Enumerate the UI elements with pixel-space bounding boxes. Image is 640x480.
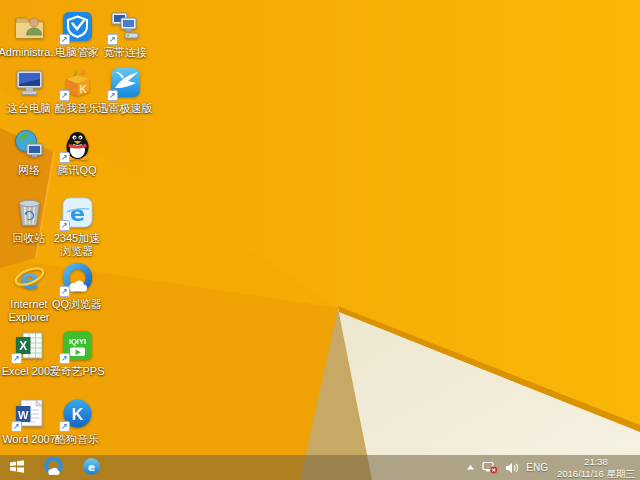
- desktop-icon-tencent-qq[interactable]: ↗ 腾讯QQ: [49, 128, 105, 177]
- desktop-icon-label: 网络: [18, 164, 40, 177]
- shortcut-arrow-badge: ↗: [59, 421, 70, 432]
- desktop-icon-label: Word 2007: [2, 433, 56, 446]
- user-folder-icon: [13, 10, 46, 43]
- desktop-icon-qq-browser[interactable]: ↗ QQ浏览器: [49, 262, 105, 311]
- shortcut-arrow-badge: ↗: [59, 34, 70, 45]
- network-error-icon[interactable]: [482, 461, 498, 474]
- taskbar-clock[interactable]: 21:38 2016/11/16 星期三: [555, 456, 635, 479]
- recycle-bin-icon: [13, 196, 46, 229]
- kugou-k-circle-icon: K ↗: [61, 397, 94, 430]
- browser-e-square-icon: e ↗: [61, 196, 94, 229]
- desktop-icon-label: 宽带连接: [103, 46, 147, 59]
- desktop-icon-label: QQ浏览器: [52, 298, 102, 311]
- internet-explorer-icon: e: [13, 262, 46, 295]
- shortcut-arrow-badge: ↗: [107, 90, 118, 101]
- svg-text:♫: ♫: [80, 68, 85, 75]
- taskbar-qq-browser-button[interactable]: [34, 455, 72, 480]
- desktop-icon-label: 酷我音乐: [55, 102, 99, 115]
- desktop-icon-label: 回收站: [13, 232, 46, 245]
- taskbar: e ENG 21:38 2016/11/16 星期三: [0, 455, 640, 480]
- xunlei-bird-icon: ↗: [109, 66, 142, 99]
- iqiyi-icon: iQIYI ↗: [61, 329, 94, 362]
- shortcut-arrow-badge: ↗: [59, 90, 70, 101]
- desktop-icon-label: 电脑管家: [55, 46, 99, 59]
- qq-browser-ring-cloud-icon: ↗: [61, 262, 94, 295]
- desktop-icon-label: 腾讯QQ: [57, 164, 96, 177]
- speaker-icon[interactable]: [505, 462, 519, 474]
- svg-text:e: e: [70, 201, 85, 226]
- shortcut-arrow-badge: ↗: [11, 421, 22, 432]
- clock-time: 21:38: [584, 456, 608, 468]
- system-tray: ENG 21:38 2016/11/16 星期三: [466, 456, 640, 479]
- svg-text:X: X: [19, 339, 27, 353]
- desktop-icon-label: 这台电脑: [7, 102, 51, 115]
- browser-e-circle-icon: e: [82, 457, 101, 479]
- language-indicator[interactable]: ENG: [526, 462, 548, 473]
- desktop-icon-label: 爱奇艺PPS: [49, 365, 104, 378]
- desktop-icon-label: 酷狗音乐: [55, 433, 99, 446]
- shortcut-arrow-badge: ↗: [59, 152, 70, 163]
- pc-manager-shield-icon: ↗: [61, 10, 94, 43]
- shortcut-arrow-badge: ↗: [59, 286, 70, 297]
- broadband-connection-icon: ↗: [109, 10, 142, 43]
- shortcut-arrow-badge: ↗: [107, 34, 118, 45]
- desktop-icon-xunlei[interactable]: ↗ 迅雷极速版: [97, 66, 153, 115]
- qq-penguin-icon: ↗: [61, 128, 94, 161]
- desktop-icon-label: 迅雷极速版: [98, 102, 153, 115]
- this-pc-icon: [13, 66, 46, 99]
- chevron-up-icon[interactable]: [466, 464, 475, 471]
- svg-text:K: K: [71, 406, 83, 423]
- svg-text:iQIYI: iQIYI: [68, 337, 85, 346]
- kuwo-music-box-icon: ♪ ♫ K ↗: [61, 66, 94, 99]
- qq-browser-ring-cloud-icon: [43, 456, 64, 480]
- clock-date: 2016/11/16 星期三: [557, 468, 635, 480]
- shortcut-arrow-badge: ↗: [11, 353, 22, 364]
- svg-text:K: K: [79, 84, 87, 95]
- taskbar-e-browser-button[interactable]: e: [72, 455, 110, 480]
- windows-logo-icon: [8, 457, 26, 478]
- svg-text:W: W: [18, 409, 29, 421]
- desktop-icon-label: 2345加速浏览器: [49, 232, 105, 258]
- desktop-icon-iqiyi-pps[interactable]: iQIYI ↗ 爱奇艺PPS: [49, 329, 105, 378]
- shortcut-arrow-badge: ↗: [59, 220, 70, 231]
- network-globe-icon: [13, 128, 46, 161]
- word-icon: W ↗: [13, 397, 46, 430]
- desktop-icon-2345-browser[interactable]: e ↗ 2345加速浏览器: [49, 196, 105, 258]
- excel-icon: X ↗: [13, 329, 46, 362]
- desktop-icon-broadband[interactable]: ↗ 宽带连接: [97, 10, 153, 59]
- desktop-icon-kugou-music[interactable]: K ↗ 酷狗音乐: [49, 397, 105, 446]
- svg-text:e: e: [87, 460, 94, 472]
- shortcut-arrow-badge: ↗: [59, 353, 70, 364]
- start-button[interactable]: [0, 455, 34, 480]
